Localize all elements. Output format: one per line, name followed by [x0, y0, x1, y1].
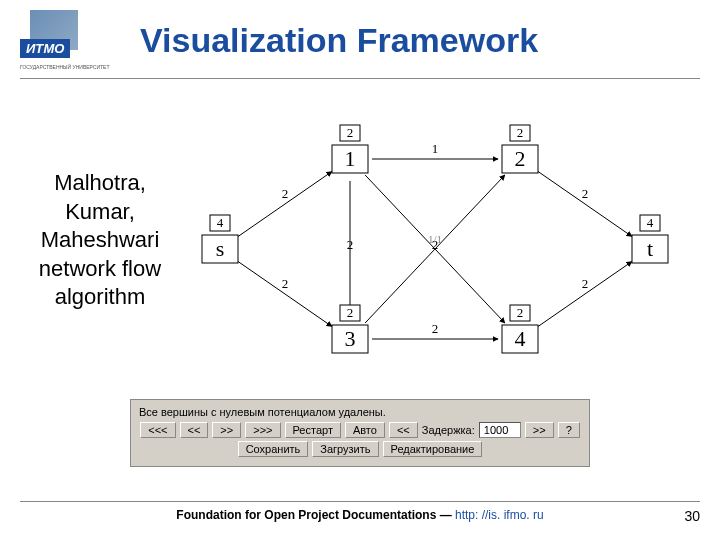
edge-label-s-1: 2 — [282, 186, 289, 201]
panel-btn2-1[interactable]: Загрузить — [312, 441, 378, 457]
edge-label-3-4: 2 — [432, 321, 439, 336]
panel-btn-6[interactable]: << — [389, 422, 418, 438]
footer-divider — [20, 501, 700, 502]
node-cap-3: 2 — [347, 305, 354, 320]
panel-btn2-2[interactable]: Редактирование — [383, 441, 483, 457]
node-label-2: 2 — [515, 146, 526, 171]
status-text: Все вершины с нулевым потенциалом удален… — [139, 406, 581, 418]
node-label-s: s — [216, 236, 225, 261]
node-cap-4: 2 — [517, 305, 524, 320]
panel-btn-1[interactable]: << — [180, 422, 209, 438]
node-label-t: t — [647, 236, 653, 261]
page-number: 30 — [684, 508, 700, 524]
panel-btn-4[interactable]: Рестарт — [285, 422, 341, 438]
edge-label-1-4: 1/1 — [428, 233, 442, 245]
delay-value[interactable]: 1000 — [479, 422, 521, 438]
node-cap-1: 2 — [347, 125, 354, 140]
logo-subtitle: ГОСУДАРСТВЕННЫЙ УНИВЕРСИТЕТ — [20, 64, 110, 70]
edge-label-1-3: 2 — [347, 237, 354, 252]
delay-label: Задержка: — [422, 424, 475, 436]
panel-btn-tail-1[interactable]: ? — [558, 422, 580, 438]
edge-s-1 — [238, 172, 332, 237]
panel-btn-3[interactable]: >>> — [245, 422, 280, 438]
node-cap-t: 4 — [647, 215, 654, 230]
edge-label-2-t: 2 — [582, 186, 589, 201]
panel-btn-2[interactable]: >> — [212, 422, 241, 438]
panel-btn-5[interactable]: Авто — [345, 422, 385, 438]
logo-text: ИТМО — [20, 39, 70, 58]
node-label-3: 3 — [345, 326, 356, 351]
edge-4-t — [538, 262, 632, 327]
node-label-1: 1 — [345, 146, 356, 171]
control-panel: Все вершины с нулевым потенциалом удален… — [130, 399, 590, 467]
panel-btn2-0[interactable]: Сохранить — [238, 441, 309, 457]
page-title: Visualization Framework — [140, 21, 538, 60]
algorithm-name: Malhotra, Kumar, Maheshwari network flow… — [20, 169, 180, 399]
edge-label-1-2: 1 — [432, 141, 439, 156]
node-cap-2: 2 — [517, 125, 524, 140]
edge-label-s-3: 2 — [282, 276, 289, 291]
node-cap-s: 4 — [217, 215, 224, 230]
logo: ИТМО ГОСУДАРСТВЕННЫЙ УНИВЕРСИТЕТ — [20, 10, 120, 70]
edge-s-3 — [238, 262, 332, 327]
node-label-4: 4 — [515, 326, 526, 351]
panel-btn-0[interactable]: <<< — [140, 422, 175, 438]
footer-text: Foundation for Open Project Documentatio… — [20, 508, 700, 522]
panel-btn-tail-0[interactable]: >> — [525, 422, 554, 438]
footer-bold: Foundation for Open Project Documentatio… — [176, 508, 455, 522]
footer-link[interactable]: http: //is. ifmo. ru — [455, 508, 544, 522]
edge-2-t — [538, 172, 632, 237]
edge-label-4-t: 2 — [582, 276, 589, 291]
graph-diagram: 221221/1222 s412322242t4 — [180, 99, 700, 399]
